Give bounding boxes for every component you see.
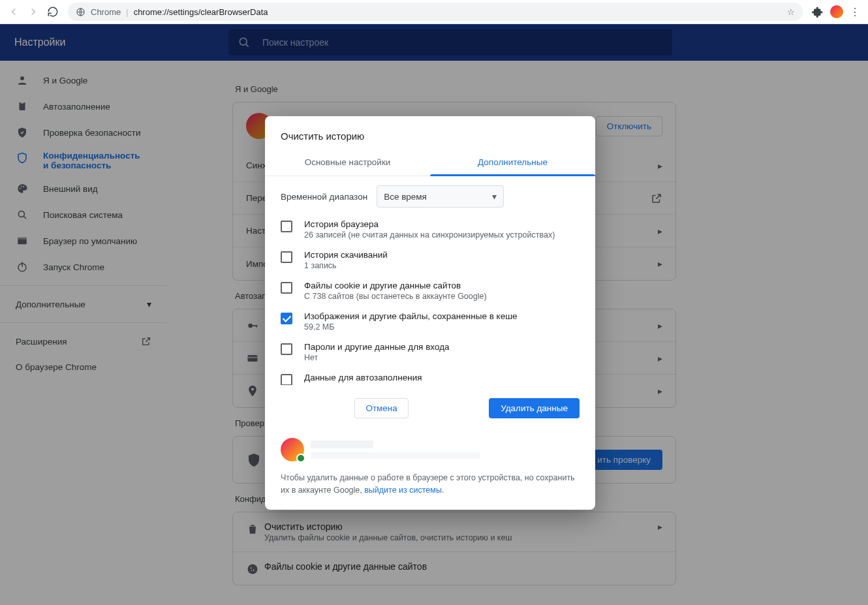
cancel-button[interactable]: Отмена (354, 398, 408, 418)
globe-icon (76, 7, 85, 17)
option-subtitle: 1 запись (304, 261, 388, 270)
time-range-label: Временной диапазон (281, 192, 367, 202)
clear-data-option[interactable]: Данные для автозаполнения (265, 367, 595, 385)
option-title: Файлы cookie и другие данные сайтов (304, 281, 487, 290)
clear-data-option[interactable]: История браузера26 записей (не считая да… (265, 214, 595, 245)
dialog-footer: Чтобы удалить данные о работе в браузере… (265, 430, 595, 510)
clear-data-option[interactable]: История скачиваний1 запись (265, 245, 595, 275)
back-button[interactable] (4, 2, 23, 22)
profile-avatar[interactable] (830, 5, 843, 18)
option-subtitle: 59,2 МБ (304, 322, 518, 332)
sync-status-badge (296, 454, 305, 463)
tab-advanced[interactable]: Дополнительные (430, 149, 595, 176)
option-title: История скачиваний (304, 250, 388, 260)
time-range-select[interactable]: Все время ▾ (377, 185, 504, 208)
option-title: Изображения и другие файлы, сохраненные … (304, 311, 518, 321)
clear-data-button[interactable]: Удалить данные (489, 398, 580, 418)
clear-data-option[interactable]: Изображения и другие файлы, сохраненные … (265, 306, 595, 337)
checkbox[interactable] (281, 343, 292, 355)
dialog-tabs: Основные настройки Дополнительные (265, 149, 595, 176)
option-subtitle: 26 записей (не считая данных на синхрони… (304, 230, 555, 240)
forward-button[interactable] (23, 2, 43, 22)
option-subtitle: Нет (304, 353, 450, 362)
checkbox[interactable] (281, 313, 292, 324)
checkbox[interactable] (281, 221, 292, 232)
option-subtitle: С 738 сайтов (вы останетесь в аккаунте G… (304, 292, 487, 301)
clear-data-option[interactable]: Файлы cookie и другие данные сайтовС 738… (265, 275, 595, 306)
reload-button[interactable] (43, 2, 63, 22)
star-icon[interactable]: ☆ (787, 7, 795, 17)
dropdown-arrow-icon: ▾ (492, 191, 497, 202)
checkbox[interactable] (281, 374, 292, 385)
option-title: Данные для автозаполнения (304, 373, 422, 382)
menu-icon[interactable]: ⋮ (850, 6, 860, 18)
clear-browsing-data-dialog: Очистить историю Основные настройки Допо… (265, 116, 595, 510)
clear-data-option[interactable]: Пароли и другие данные для входаНет (265, 337, 595, 367)
checkbox[interactable] (281, 282, 292, 294)
option-title: История браузера (304, 219, 555, 229)
address-bar[interactable]: Chrome | chrome://settings/clearBrowserD… (68, 3, 803, 21)
tab-basic[interactable]: Основные настройки (265, 149, 430, 176)
url-path: chrome://settings/clearBrowserData (134, 7, 268, 17)
extensions-icon[interactable] (812, 6, 824, 18)
sync-avatar (281, 438, 304, 461)
browser-toolbar: Chrome | chrome://settings/clearBrowserD… (0, 0, 868, 24)
sign-out-link[interactable]: выйдите из системы (364, 486, 442, 495)
dialog-title: Очистить историю (265, 116, 595, 149)
option-title: Пароли и другие данные для входа (304, 342, 450, 352)
checkbox[interactable] (281, 251, 292, 263)
dialog-body: Временной диапазон Все время ▾ История б… (265, 176, 595, 385)
url-host: Chrome (91, 7, 121, 17)
